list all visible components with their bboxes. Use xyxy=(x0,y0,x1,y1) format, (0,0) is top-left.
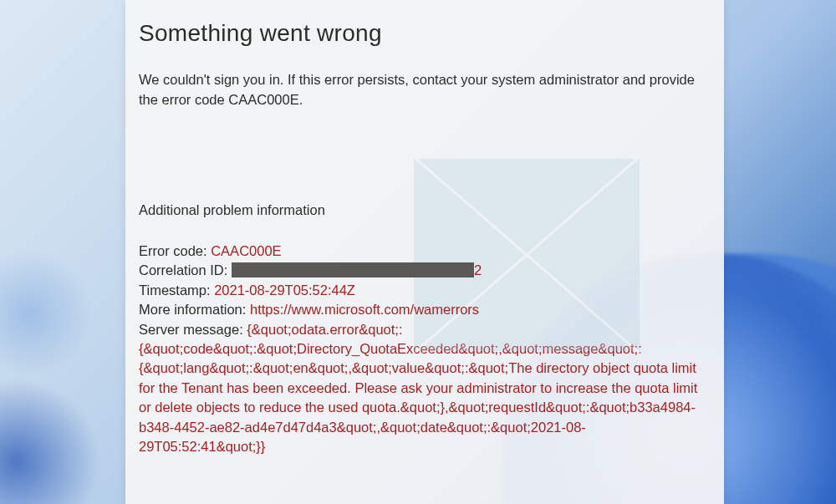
more-info-link[interactable]: https://www.microsoft.com/wamerrors xyxy=(250,302,479,317)
additional-info-label: Additional problem information xyxy=(139,202,711,218)
correlation-id-redacted xyxy=(232,262,474,277)
error-code-label: Error code: xyxy=(139,243,211,258)
server-message-label: Server message: xyxy=(139,322,247,337)
correlation-id-line: Correlation ID: 2 xyxy=(139,261,711,280)
error-code-line: Error code: CAAC000E xyxy=(139,242,711,261)
dialog-intro-text: We couldn't sign you in. If this error p… xyxy=(139,70,711,110)
correlation-id-suffix: 2 xyxy=(474,262,482,277)
error-dialog: Something went wrong We couldn't sign yo… xyxy=(125,0,724,504)
timestamp-line: Timestamp: 2021-08-29T05:52:44Z xyxy=(139,281,711,300)
timestamp-value: 2021-08-29T05:52:44Z xyxy=(214,283,355,298)
correlation-id-label: Correlation ID: xyxy=(139,262,232,277)
dialog-title: Something went wrong xyxy=(139,20,711,47)
server-message-value: {&quot;odata.error&quot;:{&quot;code&quo… xyxy=(139,322,697,455)
timestamp-label: Timestamp: xyxy=(139,283,214,298)
server-message-line: Server message: {&quot;odata.error&quot;… xyxy=(139,320,711,457)
more-info-line: More information: https://www.microsoft.… xyxy=(139,300,711,319)
more-info-label: More information: xyxy=(139,302,250,317)
error-code-value: CAAC000E xyxy=(211,243,281,258)
